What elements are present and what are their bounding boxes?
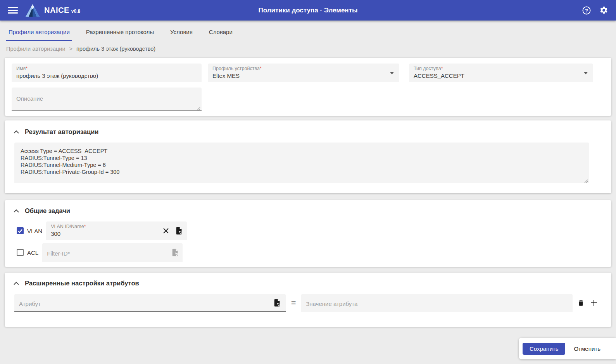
- device-profile-value: Eltex MES: [212, 72, 395, 79]
- screen: NAICE v0.8 Политики доступа · Элементы ?…: [0, 0, 616, 364]
- access-type-select[interactable]: Тип доступа* ACCESS_ACCEPT: [409, 64, 593, 82]
- insert-from-dictionary-icon: [171, 248, 179, 257]
- attribute-value-input[interactable]: [306, 300, 567, 307]
- attribute-input[interactable]: [19, 300, 267, 307]
- delete-trash-icon[interactable]: [577, 299, 585, 307]
- filter-id-field[interactable]: [42, 243, 183, 262]
- common-tasks-title: Общие задачи: [25, 207, 70, 215]
- app-logo-icon: [25, 4, 40, 17]
- svg-text:?: ?: [585, 7, 588, 13]
- clear-icon[interactable]: [162, 227, 169, 234]
- acl-task-row: ACL: [17, 243, 611, 262]
- vlan-task-row: VLAN VLAN ID/Name*: [17, 221, 611, 240]
- breadcrumb-parent[interactable]: Профили авторизации: [6, 46, 66, 52]
- app-name: NAICE: [44, 6, 69, 15]
- breadcrumb: Профили авторизации > профиль 3 этаж (ру…: [6, 46, 616, 52]
- equals-sign: =: [291, 298, 296, 307]
- advanced-attrs-title: Расширенные настройки атрибутов: [25, 280, 139, 287]
- auth-result-header[interactable]: Результат авторизации: [13, 128, 611, 136]
- menu-icon[interactable]: [8, 5, 18, 15]
- name-field[interactable]: Имя*: [12, 64, 202, 82]
- cancel-button[interactable]: Отменить: [568, 343, 606, 355]
- breadcrumb-current: профиль 3 этаж (руководство): [76, 46, 155, 52]
- tab-dictionaries[interactable]: Словари: [207, 27, 235, 41]
- insert-from-dictionary-icon[interactable]: [175, 227, 183, 235]
- name-field-label: Имя*: [16, 66, 197, 71]
- help-icon[interactable]: ?: [582, 6, 591, 15]
- tab-allowed-protocols[interactable]: Разрешенные протоколы: [84, 27, 156, 41]
- save-button[interactable]: Сохранить: [523, 343, 566, 355]
- attribute-row: =: [14, 294, 611, 312]
- common-tasks-card: Общие задачи VLAN VLAN ID/Name*: [5, 200, 611, 267]
- description-textarea[interactable]: [12, 88, 202, 111]
- tab-auth-profiles[interactable]: Профили авторизации: [6, 27, 72, 41]
- auth-result-textarea[interactable]: Access Type = ACCESS_ACCEPT RADIUS:Tunne…: [14, 143, 589, 183]
- advanced-attrs-card: Расширенные настройки атрибутов =: [5, 273, 611, 327]
- acl-checkbox[interactable]: [17, 249, 24, 256]
- app-brand: NAICE v0.8: [44, 6, 80, 15]
- app-header: NAICE v0.8 Политики доступа · Элементы ?: [0, 0, 616, 21]
- access-type-label: Тип доступа*: [414, 66, 588, 71]
- auth-result-title: Результат авторизации: [25, 128, 98, 136]
- app-version: v0.8: [71, 9, 80, 14]
- vlan-checkbox-label: VLAN: [27, 228, 42, 234]
- page-title: Политики доступа · Элементы: [259, 7, 358, 14]
- tab-bar: Профили авторизации Разрешенные протокол…: [0, 21, 616, 41]
- vlan-checkbox[interactable]: [17, 227, 24, 234]
- auth-result-card: Результат авторизации Access Type = ACCE…: [5, 120, 611, 193]
- vlan-id-field-label: VLAN ID/Name*: [51, 224, 156, 229]
- chevron-up-icon: [13, 281, 19, 286]
- action-bar: Сохранить Отменить: [519, 338, 616, 359]
- chevron-down-icon: [584, 72, 588, 74]
- device-profile-select[interactable]: Профиль устройства* Eltex MES: [208, 64, 399, 82]
- filter-id-input[interactable]: [47, 250, 152, 257]
- access-type-value: ACCESS_ACCEPT: [414, 72, 588, 79]
- chevron-up-icon: [13, 208, 19, 214]
- attribute-value-field[interactable]: [301, 294, 573, 312]
- vlan-id-input[interactable]: [51, 230, 156, 237]
- device-profile-label: Профиль устройства*: [212, 66, 395, 71]
- tab-conditions[interactable]: Условия: [168, 27, 195, 41]
- advanced-attrs-header[interactable]: Расширенные настройки атрибутов: [13, 280, 611, 287]
- profile-form-card: Имя* Профиль устройства* Eltex MES Тип д…: [5, 58, 611, 116]
- acl-checkbox-label: ACL: [27, 249, 38, 256]
- add-plus-icon[interactable]: [590, 299, 598, 307]
- name-input[interactable]: [16, 72, 197, 79]
- attribute-field[interactable]: [14, 294, 286, 312]
- common-tasks-header[interactable]: Общие задачи: [13, 207, 611, 215]
- chevron-down-icon: [390, 72, 394, 74]
- insert-from-dictionary-icon[interactable]: [273, 299, 281, 307]
- breadcrumb-separator: >: [69, 46, 72, 52]
- chevron-up-icon: [13, 129, 19, 135]
- settings-gear-icon[interactable]: [599, 6, 608, 15]
